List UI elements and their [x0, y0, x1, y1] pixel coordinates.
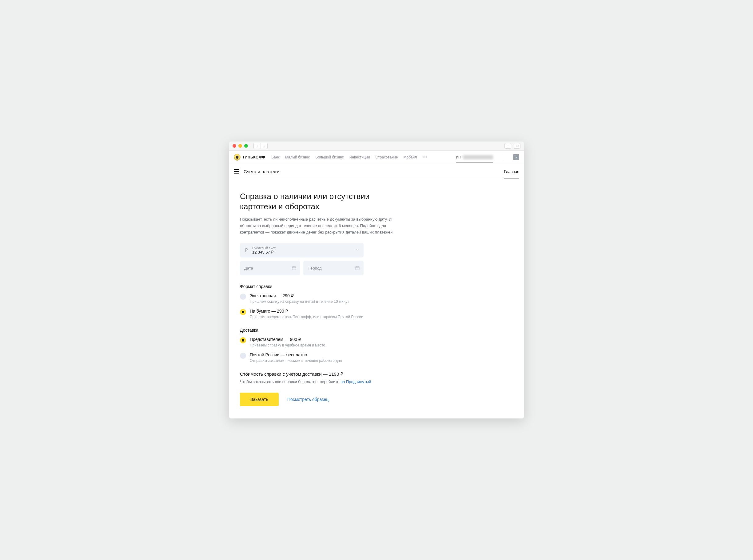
logo[interactable]: ТИНЬКОФФ: [234, 154, 265, 161]
nav-link-investments[interactable]: Инвестиции: [349, 155, 370, 159]
delivery-option-sub: Привезем справку в удобное время и место: [250, 343, 325, 347]
nav-more-icon[interactable]: •••: [422, 155, 428, 159]
format-option-electronic[interactable]: Электронная — 290 ₽ Пришлем ссылку на сп…: [240, 293, 513, 304]
date-placeholder: Дата: [244, 266, 253, 271]
radio-icon: [240, 353, 246, 359]
nav-link-insurance[interactable]: Страхование: [375, 155, 398, 159]
svg-rect-1: [292, 267, 296, 270]
svg-rect-0: [516, 145, 518, 147]
sub-header: Счета и платежи Главная: [229, 164, 524, 179]
radio-icon: [240, 337, 246, 343]
nav-link-mobile[interactable]: Мобайл: [403, 155, 417, 159]
global-nav-links: Банк Малый бизнес Большой бизнес Инвести…: [271, 155, 428, 159]
period-placeholder: Период: [308, 266, 322, 271]
format-option-paper[interactable]: На бумаге — 290 ₽ Привезет представитель…: [240, 308, 513, 319]
account-dropdown-icon[interactable]: [513, 154, 519, 160]
upgrade-plan-link[interactable]: на Продвинутый: [341, 379, 371, 384]
logo-icon: [234, 154, 241, 161]
view-sample-link[interactable]: Посмотреть образец: [287, 397, 328, 402]
window-titlebar: ‹ ›: [229, 142, 524, 151]
main-content: Справка о наличии или отсутствии картоте…: [229, 179, 524, 419]
calendar-icon: [355, 265, 360, 271]
format-section-title: Формат справки: [240, 284, 513, 289]
ruble-icon: ₽: [244, 247, 248, 253]
account-value: 12 345,67 ₽: [252, 250, 276, 255]
minimize-window-button[interactable]: [238, 144, 242, 148]
section-title: Счета и платежи: [244, 169, 279, 174]
nav-link-bank[interactable]: Банк: [271, 155, 279, 159]
radio-icon: [240, 309, 246, 315]
share-button[interactable]: [505, 143, 511, 148]
account-select[interactable]: ₽ Рублевый счет 12 345,67 ₽: [240, 243, 364, 258]
date-input[interactable]: Дата: [240, 261, 300, 275]
logo-text: ТИНЬКОФФ: [242, 155, 265, 159]
nav-link-big-business[interactable]: Большой бизнес: [316, 155, 344, 159]
account-prefix: ИП: [456, 155, 461, 159]
delivery-option-sub: Отправим заказным письмом в течение рабо…: [250, 358, 342, 363]
total-hint-text: Чтобы заказывать все справки бесплатно, …: [240, 379, 341, 384]
total-hint: Чтобы заказывать все справки бесплатно, …: [240, 379, 513, 384]
format-option-label: Электронная — 290 ₽: [250, 293, 349, 298]
delivery-option-representative[interactable]: Представителем — 900 ₽ Привезем справку …: [240, 337, 513, 347]
nav-link-small-business[interactable]: Малый бизнес: [285, 155, 310, 159]
tab-main[interactable]: Главная: [504, 169, 519, 178]
traffic-lights: [232, 144, 248, 148]
total-cost: Стоимость справки с учетом доставки — 11…: [240, 372, 513, 377]
calendar-icon: [291, 265, 297, 271]
account-label: Рублевый счет: [252, 246, 276, 250]
radio-icon: [240, 294, 246, 300]
app-window: ‹ › ТИНЬКОФФ Банк Малый бизнес Большой б…: [229, 142, 524, 419]
forward-button[interactable]: ›: [261, 143, 267, 148]
tabs-button[interactable]: [514, 143, 521, 148]
maximize-window-button[interactable]: [244, 144, 248, 148]
divider: [503, 154, 503, 160]
chevron-down-icon: [355, 248, 359, 253]
account-name-redacted: xxxxxx xxx: [463, 155, 493, 159]
close-window-button[interactable]: [232, 144, 236, 148]
delivery-option-label: Представителем — 900 ₽: [250, 337, 325, 342]
account-switcher[interactable]: ИП xxxxxx xxx: [456, 155, 493, 162]
delivery-option-label: Почтой России — бесплатно: [250, 352, 342, 357]
global-nav: ТИНЬКОФФ Банк Малый бизнес Большой бизне…: [229, 151, 524, 164]
page-description: Показывает, есть ли неисполненные расчет…: [240, 216, 400, 235]
page-title: Справка о наличии или отсутствии картоте…: [240, 192, 400, 212]
period-input[interactable]: Период: [303, 261, 364, 275]
order-button[interactable]: Заказать: [240, 393, 279, 406]
back-button[interactable]: ‹: [254, 143, 261, 148]
menu-icon[interactable]: [234, 169, 239, 174]
delivery-option-post[interactable]: Почтой России — бесплатно Отправим заказ…: [240, 352, 513, 363]
format-option-label: На бумаге — 290 ₽: [250, 308, 363, 314]
nav-arrows: ‹ ›: [253, 143, 268, 149]
format-option-sub: Привезет представитель Тинькофф, или отп…: [250, 315, 363, 319]
delivery-section-title: Доставка: [240, 328, 513, 333]
svg-rect-2: [355, 267, 359, 270]
format-option-sub: Пришлем ссылку на справку на e-mail в те…: [250, 299, 349, 304]
